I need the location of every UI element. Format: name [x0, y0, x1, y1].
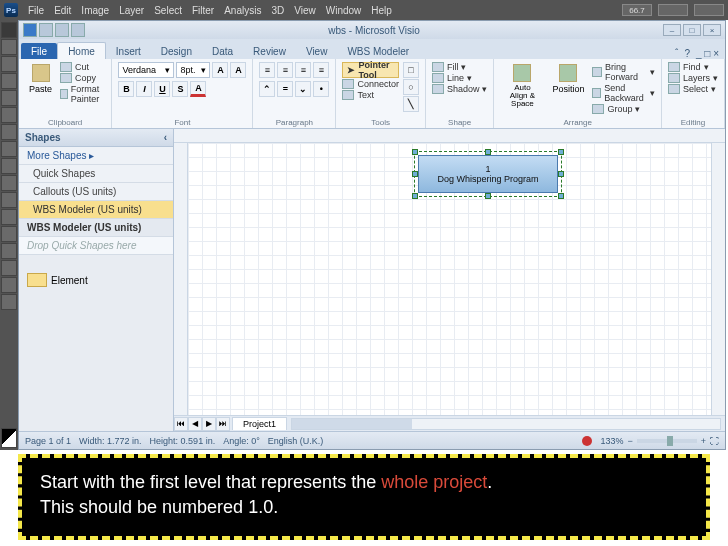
- minimize-button[interactable]: –: [663, 24, 681, 36]
- status-language[interactable]: English (U.K.): [268, 436, 324, 446]
- first-page-button[interactable]: ⏮: [174, 417, 188, 431]
- stamp-tool-icon[interactable]: [1, 141, 17, 157]
- align-middle-button[interactable]: =: [277, 81, 293, 97]
- tab-design[interactable]: Design: [151, 43, 202, 59]
- menu-help[interactable]: Help: [371, 5, 392, 16]
- grow-font-button[interactable]: A: [212, 62, 228, 78]
- shrink-font-button[interactable]: A: [230, 62, 246, 78]
- resize-handle-mb[interactable]: [485, 193, 491, 199]
- font-color-button[interactable]: A: [190, 81, 206, 97]
- layers-button[interactable]: Layers ▾: [668, 73, 718, 83]
- position-button[interactable]: Position: [548, 62, 588, 96]
- shadow-button[interactable]: Shadow ▾: [432, 84, 488, 94]
- menu-image[interactable]: Image: [81, 5, 109, 16]
- strike-button[interactable]: S: [172, 81, 188, 97]
- menu-3d[interactable]: 3D: [271, 5, 284, 16]
- host-tool-1[interactable]: [658, 4, 688, 16]
- fit-page-button[interactable]: ⛶: [710, 436, 719, 446]
- menu-view[interactable]: View: [294, 5, 316, 16]
- wbs-modeler-item[interactable]: WBS Modeler (US units): [19, 201, 173, 219]
- menu-layer[interactable]: Layer: [119, 5, 144, 16]
- macro-record-icon[interactable]: [582, 436, 592, 446]
- fill-button[interactable]: Fill ▾: [432, 62, 488, 72]
- vertical-scrollbar[interactable]: [711, 143, 725, 415]
- rectangle-tool-button[interactable]: □: [403, 62, 419, 78]
- element-stencil[interactable]: Element: [27, 273, 165, 287]
- wbs-modeler-header[interactable]: WBS Modeler (US units): [19, 219, 173, 237]
- bullets-button[interactable]: •: [313, 81, 329, 97]
- align-bottom-button[interactable]: ⌄: [295, 81, 311, 97]
- format-painter-button[interactable]: Format Painter: [60, 84, 105, 104]
- close-button[interactable]: ×: [703, 24, 721, 36]
- line-button[interactable]: Line ▾: [432, 73, 488, 83]
- select-button[interactable]: Select ▾: [668, 84, 718, 94]
- menu-file[interactable]: File: [28, 5, 44, 16]
- redo-icon[interactable]: [71, 23, 85, 37]
- path-tool-icon[interactable]: [1, 243, 17, 259]
- tab-data[interactable]: Data: [202, 43, 243, 59]
- ellipse-tool-button[interactable]: ○: [403, 79, 419, 95]
- horizontal-scrollbar[interactable]: [291, 418, 721, 430]
- tab-wbs-modeler[interactable]: WBS Modeler: [337, 43, 419, 59]
- paste-button[interactable]: Paste: [25, 62, 56, 96]
- page-tab[interactable]: Project1: [232, 417, 287, 430]
- help-icon[interactable]: ?: [684, 48, 690, 59]
- more-shapes-item[interactable]: More Shapes ▸: [19, 147, 173, 165]
- resize-handle-bl[interactable]: [412, 193, 418, 199]
- zoom-slider[interactable]: [637, 439, 697, 443]
- menu-edit[interactable]: Edit: [54, 5, 71, 16]
- tab-home[interactable]: Home: [57, 42, 106, 59]
- zoom-out-button[interactable]: −: [627, 436, 632, 446]
- minimize-ribbon-icon[interactable]: ˆ: [675, 48, 678, 59]
- eraser-tool-icon[interactable]: [1, 158, 17, 174]
- align-right-button[interactable]: ≡: [295, 62, 311, 78]
- save-icon[interactable]: [39, 23, 53, 37]
- text-tool-icon[interactable]: [1, 226, 17, 242]
- last-page-button[interactable]: ⏭: [216, 417, 230, 431]
- menu-filter[interactable]: Filter: [192, 5, 214, 16]
- bold-button[interactable]: B: [118, 81, 134, 97]
- callouts-item[interactable]: Callouts (US units): [19, 183, 173, 201]
- drop-shapes-area[interactable]: Drop Quick Shapes here: [19, 237, 173, 255]
- resize-handle-mr[interactable]: [558, 171, 564, 177]
- font-size-dropdown[interactable]: 8pt.▾: [176, 62, 210, 78]
- lasso-tool-icon[interactable]: [1, 56, 17, 72]
- menu-window[interactable]: Window: [326, 5, 362, 16]
- line-tool-button[interactable]: ╲: [403, 96, 419, 112]
- next-page-button[interactable]: ▶: [202, 417, 216, 431]
- italic-button[interactable]: I: [136, 81, 152, 97]
- align-left-button[interactable]: ≡: [259, 62, 275, 78]
- find-button[interactable]: Find ▾: [668, 62, 718, 72]
- font-family-dropdown[interactable]: Verdana▾: [118, 62, 174, 78]
- hand-tool-icon[interactable]: [1, 277, 17, 293]
- cut-button[interactable]: Cut: [60, 62, 105, 72]
- copy-button[interactable]: Copy: [60, 73, 105, 83]
- wbs-element-shape[interactable]: 1 Dog Whispering Program: [418, 155, 558, 193]
- send-backward-button[interactable]: Send Backward ▾: [592, 83, 655, 103]
- text-tool-button[interactable]: Text: [342, 90, 399, 100]
- menu-analysis[interactable]: Analysis: [224, 5, 261, 16]
- prev-page-button[interactable]: ◀: [188, 417, 202, 431]
- blur-tool-icon[interactable]: [1, 192, 17, 208]
- underline-button[interactable]: U: [154, 81, 170, 97]
- maximize-button[interactable]: □: [683, 24, 701, 36]
- tab-view[interactable]: View: [296, 43, 338, 59]
- auto-align-button[interactable]: Auto Align & Space: [500, 62, 544, 110]
- tab-file[interactable]: File: [21, 43, 57, 59]
- pointer-tool-button[interactable]: ➤ Pointer Tool: [342, 62, 399, 78]
- gradient-tool-icon[interactable]: [1, 175, 17, 191]
- zoom-level-field[interactable]: 66.7: [622, 4, 652, 16]
- resize-handle-br[interactable]: [558, 193, 564, 199]
- resize-handle-tr[interactable]: [558, 149, 564, 155]
- window-controls-icon[interactable]: _ □ ×: [696, 48, 719, 59]
- undo-icon[interactable]: [55, 23, 69, 37]
- marquee-tool-icon[interactable]: [1, 39, 17, 55]
- brush-tool-icon[interactable]: [1, 124, 17, 140]
- wand-tool-icon[interactable]: [1, 73, 17, 89]
- menu-select[interactable]: Select: [154, 5, 182, 16]
- quick-shapes-item[interactable]: Quick Shapes: [19, 165, 173, 183]
- group-button[interactable]: Group ▾: [592, 104, 655, 114]
- panel-chevron-icon[interactable]: ‹: [164, 132, 167, 143]
- eyedropper-tool-icon[interactable]: [1, 107, 17, 123]
- scroll-thumb[interactable]: [292, 419, 412, 429]
